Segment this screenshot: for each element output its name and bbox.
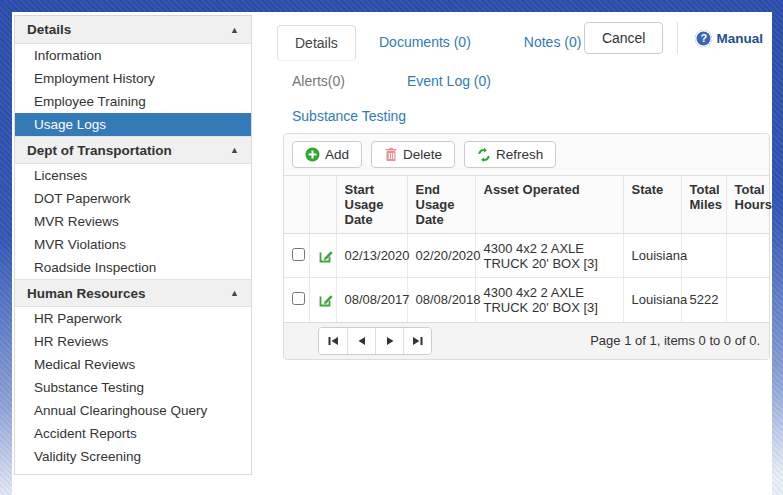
sidebar-item-mvr-violations[interactable]: MVR Violations [15, 233, 251, 256]
section-title: Human Resources [27, 286, 146, 301]
add-button[interactable]: Add [292, 141, 362, 168]
sidebar-item-hr-reviews[interactable]: HR Reviews [15, 330, 251, 353]
sidebar-item-employee-training[interactable]: Employee Training [15, 90, 251, 113]
usage-logs-grid: Add Delete Refresh Start Usage Date End [283, 133, 770, 360]
sidebar-item-accident-reports[interactable]: Accident Reports [15, 422, 251, 445]
tab-details[interactable]: Details [277, 25, 356, 61]
cell-state: Louisiana [623, 234, 681, 278]
sidebar-item-substance-testing[interactable]: Substance Testing [15, 376, 251, 399]
manual-link[interactable]: ? Manual [695, 30, 763, 47]
sidebar-section-dot: Dept of Transportation ▲ Licenses DOT Pa… [15, 136, 251, 279]
sidebar-item-usage-logs[interactable]: Usage Logs [15, 113, 251, 136]
column-total-miles: Total Miles [681, 176, 726, 234]
sidebar-item-hr-paperwork[interactable]: HR Paperwork [15, 307, 251, 330]
previous-page-icon [358, 336, 366, 346]
cell-end-date: 08/08/2018 [407, 278, 475, 322]
pager-last-button[interactable] [403, 328, 431, 354]
cell-total-miles [681, 234, 726, 278]
cell-asset: 4300 4x2 2 AXLE TRUCK 20' BOX [3] [475, 234, 623, 278]
table-header-row: Start Usage Date End Usage Date Asset Op… [284, 176, 769, 234]
tab-notes[interactable]: Notes (0) [524, 34, 582, 50]
top-actions: Cancel ? Manual [584, 18, 763, 58]
cancel-button[interactable]: Cancel [584, 22, 664, 54]
column-select [284, 176, 309, 234]
refresh-icon [477, 148, 491, 162]
usage-logs-table: Start Usage Date End Usage Date Asset Op… [284, 176, 769, 322]
sidebar-item-dot-paperwork[interactable]: DOT Paperwork [15, 187, 251, 210]
edit-icon[interactable] [318, 248, 334, 264]
cell-start-date: 08/08/2017 [336, 278, 407, 322]
plus-circle-icon [305, 147, 320, 162]
pager-next-button[interactable] [375, 328, 403, 354]
refresh-button[interactable]: Refresh [464, 141, 556, 168]
cell-total-hours [726, 234, 769, 278]
manual-label: Manual [716, 31, 763, 46]
cell-total-miles: 5222 [681, 278, 726, 322]
column-edit [309, 176, 336, 234]
tab-event-log[interactable]: Event Log (0) [407, 73, 491, 89]
tab-row-1: Documents (0) Notes (0) [379, 34, 581, 50]
grid-pager: Page 1 of 1, items 0 to 0 of 0. [284, 322, 769, 359]
pager-button-group [318, 327, 432, 355]
trash-icon [384, 147, 398, 162]
first-page-icon [328, 336, 339, 346]
sidebar-section-header-dot[interactable]: Dept of Transportation ▲ [15, 136, 251, 164]
column-total-hours: Total Hours [726, 176, 769, 234]
sidebar-item-mvr-reviews[interactable]: MVR Reviews [15, 210, 251, 233]
delete-button[interactable]: Delete [371, 141, 455, 168]
column-end-usage-date: End Usage Date [407, 176, 475, 234]
section-title: Details [27, 22, 71, 37]
tab-alerts[interactable]: Alerts(0) [292, 73, 345, 89]
column-start-usage-date: Start Usage Date [336, 176, 407, 234]
tab-row-3: Substance Testing [292, 108, 406, 124]
sidebar-item-information[interactable]: Information [15, 44, 251, 67]
cell-end-date: 02/20/2020 [407, 234, 475, 278]
sidebar-section-hr: Human Resources ▲ HR Paperwork HR Review… [15, 279, 251, 468]
grid-toolbar: Add Delete Refresh [284, 134, 769, 176]
sidebar-item-validity-screening[interactable]: Validity Screening [15, 445, 251, 468]
pager-previous-button[interactable] [347, 328, 375, 354]
pager-status: Page 1 of 1, items 0 to 0 of 0. [590, 333, 760, 348]
row-checkbox[interactable] [292, 248, 305, 261]
edit-icon[interactable] [318, 292, 334, 308]
delete-button-label: Delete [403, 147, 442, 162]
sidebar-section-header-hr[interactable]: Human Resources ▲ [15, 279, 251, 307]
collapse-arrow-icon: ▲ [230, 288, 239, 298]
sidebar-section-details: Details ▲ Information Employment History… [15, 16, 251, 136]
sidebar-item-medical-reviews[interactable]: Medical Reviews [15, 353, 251, 376]
add-button-label: Add [325, 147, 349, 162]
sidebar-section-header-details[interactable]: Details ▲ [15, 16, 251, 44]
section-title: Dept of Transportation [27, 143, 172, 158]
divider [677, 22, 678, 54]
collapse-arrow-icon: ▲ [230, 25, 239, 35]
table-row: 02/13/2020 02/20/2020 4300 4x2 2 AXLE TR… [284, 234, 769, 278]
column-state: State [623, 176, 681, 234]
cell-asset: 4300 4x2 2 AXLE TRUCK 20' BOX [3] [475, 278, 623, 322]
sidebar-item-roadside-inspection[interactable]: Roadside Inspection [15, 256, 251, 279]
cell-total-hours [726, 278, 769, 322]
tab-row-2: Alerts(0) Event Log (0) [292, 73, 491, 89]
table-row: 08/08/2017 08/08/2018 4300 4x2 2 AXLE TR… [284, 278, 769, 322]
sidebar-item-employment-history[interactable]: Employment History [15, 67, 251, 90]
collapse-arrow-icon: ▲ [230, 145, 239, 155]
tab-documents[interactable]: Documents (0) [379, 34, 471, 50]
question-circle-icon: ? [695, 30, 712, 47]
row-checkbox[interactable] [292, 292, 305, 305]
last-page-icon [412, 336, 423, 346]
sidebar-item-annual-clearinghouse-query[interactable]: Annual Clearinghouse Query [15, 399, 251, 422]
sidebar-item-licenses[interactable]: Licenses [15, 164, 251, 187]
column-asset-operated: Asset Operated [475, 176, 623, 234]
cell-start-date: 02/13/2020 [336, 234, 407, 278]
next-page-icon [386, 336, 394, 346]
app-window: Details ▲ Information Employment History… [12, 12, 772, 495]
cell-state: Louisiana [623, 278, 681, 322]
tab-substance-testing[interactable]: Substance Testing [292, 108, 406, 124]
refresh-button-label: Refresh [496, 147, 543, 162]
pager-first-button[interactable] [319, 328, 347, 354]
sidebar: Details ▲ Information Employment History… [14, 15, 252, 475]
